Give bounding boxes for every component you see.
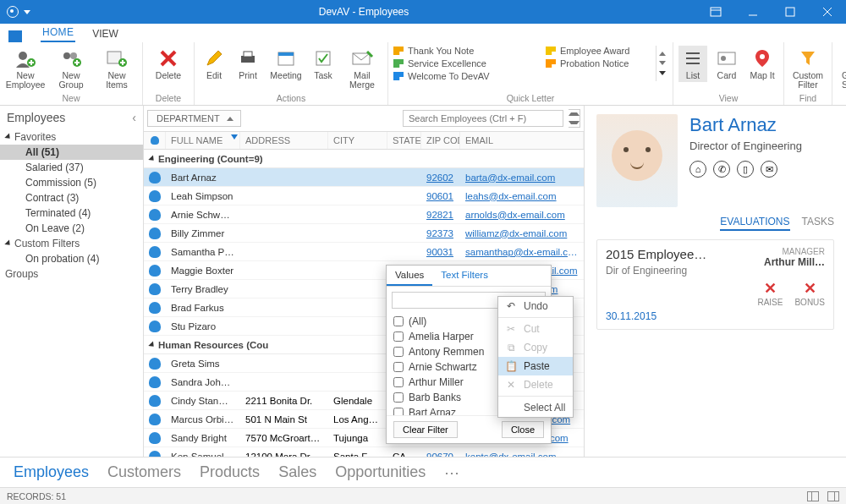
tree-item[interactable]: On Leave (2) bbox=[0, 221, 143, 236]
group-find-label: Find bbox=[799, 91, 816, 103]
clear-filter-button[interactable]: Clear Filter bbox=[393, 421, 458, 438]
view-switch-1[interactable] bbox=[807, 491, 819, 501]
edit-label: Edit bbox=[206, 71, 222, 80]
table-row[interactable]: Samantha Piper90031samanthap@dx-email.co… bbox=[144, 243, 584, 261]
delete-button[interactable]: Delete bbox=[148, 46, 189, 82]
window-title: DevAV - Employees bbox=[30, 6, 697, 18]
col-city[interactable]: CITY bbox=[328, 132, 387, 149]
table-row[interactable]: Arnie Schwartz92821arnolds@dx-email.com bbox=[144, 205, 584, 224]
btab-customers[interactable]: Customers bbox=[107, 463, 181, 481]
filter-tab-values[interactable]: Values bbox=[387, 266, 432, 286]
ql-probation[interactable]: Probation Notice bbox=[546, 58, 656, 68]
btab-more[interactable]: ⋯ bbox=[444, 463, 459, 482]
svg-point-31 bbox=[721, 56, 726, 61]
group-by-dept-button[interactable]: DEPARTMENT bbox=[147, 110, 241, 127]
filter-glyph-icon[interactable] bbox=[231, 134, 238, 140]
tree-item[interactable]: Commission (5) bbox=[0, 175, 143, 190]
task-button[interactable]: Task bbox=[310, 46, 337, 82]
ql-thank-you[interactable]: Thank You Note bbox=[393, 46, 546, 56]
view-card-label: Card bbox=[717, 71, 737, 80]
detail-tab-eval[interactable]: EVALUATIONS bbox=[720, 216, 789, 231]
col-state[interactable]: STATE bbox=[387, 132, 421, 149]
col-icon[interactable] bbox=[144, 132, 166, 149]
mail-icon[interactable]: ✉ bbox=[761, 161, 777, 178]
map-it-button[interactable]: Map It bbox=[746, 46, 778, 82]
close-filter-button[interactable]: Close bbox=[502, 421, 544, 438]
filter-tab-text[interactable]: Text Filters bbox=[432, 266, 497, 286]
mobile-icon[interactable]: ▯ bbox=[737, 161, 754, 178]
tree-item[interactable]: All (51) bbox=[0, 145, 143, 160]
cut-icon: ✂ bbox=[505, 323, 517, 335]
ql-service-excellence[interactable]: Service Excellence bbox=[393, 58, 546, 68]
new-group-button[interactable]: New Group bbox=[51, 46, 91, 91]
eval-card[interactable]: 2015 Employee… Dir of Engineering MANAGE… bbox=[596, 239, 834, 330]
meeting-label: Meeting bbox=[270, 71, 301, 80]
qat-dropdown-icon[interactable] bbox=[24, 10, 30, 14]
view-switch-2[interactable] bbox=[827, 491, 839, 501]
map-it-label: Map It bbox=[750, 71, 774, 80]
edit-button[interactable]: Edit bbox=[200, 46, 228, 82]
table-row[interactable]: Bart Arnaz92602barta@dx-email.com bbox=[144, 168, 584, 187]
meeting-button[interactable]: Meeting bbox=[267, 46, 305, 82]
print-button[interactable]: Print bbox=[233, 46, 262, 82]
ctx-delete: ✕Delete bbox=[498, 375, 573, 394]
tree-item[interactable]: Terminated (4) bbox=[0, 205, 143, 221]
ql-employee-award[interactable]: Employee Award bbox=[546, 46, 656, 56]
btab-sales[interactable]: Sales bbox=[278, 463, 316, 481]
view-list-button[interactable]: List bbox=[678, 46, 707, 82]
btab-opportunities[interactable]: Opportunities bbox=[335, 463, 426, 481]
minimize-button[interactable] bbox=[734, 0, 772, 24]
status-records: RECORDS: 51 bbox=[7, 491, 66, 501]
table-row[interactable]: Billy Zimmer92373williamz@dx-email.com bbox=[144, 224, 584, 243]
ctx-undo[interactable]: ↶Undo bbox=[498, 297, 573, 315]
group-actions-label: Actions bbox=[277, 91, 305, 103]
detail-tab-tasks[interactable]: TASKS bbox=[802, 216, 834, 231]
btab-products[interactable]: Products bbox=[200, 463, 260, 481]
tree-item[interactable]: Salaried (37) bbox=[0, 160, 143, 175]
custom-filter-label: Custom Filter bbox=[789, 71, 827, 90]
tree-item[interactable]: Favorites bbox=[0, 129, 143, 145]
col-fullname[interactable]: FULL NAME bbox=[166, 132, 240, 149]
ctx-select-all[interactable]: Select All bbox=[498, 398, 573, 417]
home-icon[interactable]: ⌂ bbox=[689, 161, 706, 178]
ql-gallery-toggle[interactable] bbox=[656, 46, 667, 81]
tree-item[interactable]: Contract (3) bbox=[0, 190, 143, 205]
getting-started-button[interactable]: 123Getting Started bbox=[838, 46, 846, 91]
mail-merge-button[interactable]: Mail Merge bbox=[342, 46, 382, 91]
phone-icon[interactable]: ✆ bbox=[713, 161, 730, 178]
maximize-button[interactable] bbox=[772, 0, 809, 24]
tree-item[interactable]: On probation (4) bbox=[0, 251, 143, 266]
svg-point-32 bbox=[760, 54, 765, 59]
new-items-button[interactable]: New Items bbox=[96, 46, 137, 91]
group-view-label: View bbox=[719, 91, 739, 103]
file-tab[interactable] bbox=[8, 30, 22, 42]
tree-item[interactable]: Custom Filters bbox=[0, 236, 143, 251]
custom-filter-button[interactable]: Custom Filter bbox=[789, 46, 827, 91]
ql-welcome[interactable]: Welcome To DevAV bbox=[393, 71, 546, 81]
nav-collapse-icon[interactable]: ‹ bbox=[132, 111, 136, 124]
svg-point-11 bbox=[70, 52, 77, 59]
grid-area: DEPARTMENT FULL NAME ADDRESS CITY STATE … bbox=[144, 106, 584, 457]
raise-mark: ✕RAISE bbox=[757, 279, 783, 307]
search-spin[interactable] bbox=[569, 109, 580, 128]
tab-home[interactable]: HOME bbox=[41, 24, 75, 42]
group-header[interactable]: Engineering (Count=9) bbox=[144, 150, 584, 168]
col-email[interactable]: EMAIL bbox=[460, 132, 584, 149]
eval-date: 30.11.2015 bbox=[606, 310, 825, 322]
search-input[interactable] bbox=[403, 110, 563, 127]
btab-employees[interactable]: Employees bbox=[14, 463, 89, 481]
view-card-button[interactable]: Card bbox=[712, 46, 741, 82]
nav-title: Employees bbox=[7, 111, 65, 124]
titlebar: DevAV - Employees bbox=[0, 0, 846, 24]
tree-item[interactable]: Groups bbox=[0, 266, 143, 282]
table-row[interactable]: Leah Simpson90601leahs@dx-email.com bbox=[144, 187, 584, 205]
tab-view[interactable]: VIEW bbox=[91, 25, 120, 42]
getting-started-label: Getting Started bbox=[838, 71, 846, 90]
close-button[interactable] bbox=[809, 0, 846, 24]
col-address[interactable]: ADDRESS bbox=[240, 132, 328, 149]
col-zip[interactable]: ZIP CODE bbox=[421, 132, 460, 149]
ribbon-mode-button[interactable] bbox=[697, 0, 734, 24]
ctx-paste[interactable]: 📋Paste bbox=[498, 357, 573, 375]
table-row[interactable]: Ken Samuelson12100 Mora DrSanta Fe Sprin… bbox=[144, 447, 584, 457]
new-employee-button[interactable]: New Employee bbox=[5, 46, 46, 91]
